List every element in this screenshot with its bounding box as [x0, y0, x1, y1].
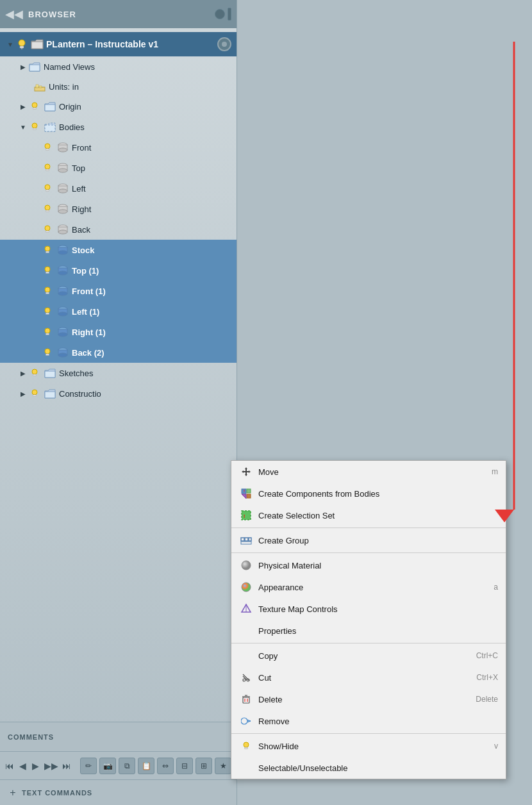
- body-right1-row[interactable]: Right (1): [0, 322, 237, 342]
- body-back2-row[interactable]: Back (2): [0, 342, 237, 363]
- origin-arrow[interactable]: [18, 101, 28, 112]
- back-label: Back: [72, 225, 237, 235]
- menu-item-cut[interactable]: Cut Ctrl+X: [231, 667, 506, 688]
- separator-1: [231, 527, 506, 528]
- left-bulb-icon: [41, 182, 54, 195]
- menu-item-copy[interactable]: Copy Ctrl+C: [231, 645, 506, 667]
- body-front1-row[interactable]: Front (1): [0, 281, 237, 301]
- menu-item-selectable[interactable]: Selectable/Unselectable: [231, 757, 506, 779]
- step-back-button[interactable]: ◀: [18, 757, 27, 775]
- play-forward-button[interactable]: ▶: [31, 757, 40, 775]
- paste-icon[interactable]: 📋: [138, 758, 154, 774]
- copy-shortcut: Ctrl+C: [476, 651, 498, 660]
- properties-label: Properties: [258, 626, 498, 636]
- svg-rect-54: [46, 313, 49, 315]
- menu-item-physical-material[interactable]: Physical Material: [231, 554, 506, 576]
- bodies-arrow[interactable]: [18, 122, 28, 132]
- browser-panel: ◀◀ BROWSER: [0, 0, 237, 805]
- body-back-row[interactable]: Back: [0, 219, 237, 240]
- left1-body-icon: [56, 305, 69, 318]
- left1-bulb-icon: [41, 305, 54, 318]
- svg-rect-73: [247, 489, 251, 493]
- bodies-row[interactable]: Bodies: [0, 117, 237, 137]
- top1-label: Top (1): [72, 266, 237, 276]
- menu-item-create-components[interactable]: ! Create Components from Bodies: [231, 483, 506, 504]
- project-row[interactable]: PLantern – Instructable v1: [0, 32, 237, 56]
- menu-item-appearance[interactable]: Appearance a: [231, 576, 506, 598]
- edit-icon[interactable]: ✏: [80, 758, 97, 774]
- sketches-arrow[interactable]: [18, 368, 28, 378]
- menu-item-move[interactable]: Move m: [231, 461, 506, 483]
- remove-label: Remove: [258, 717, 498, 726]
- sketches-row[interactable]: Sketches: [0, 363, 237, 383]
- named-views-arrow[interactable]: [18, 62, 28, 72]
- menu-item-remove[interactable]: Remove: [231, 710, 506, 732]
- move-icon: [239, 465, 253, 479]
- svg-point-33: [45, 226, 50, 231]
- top-unsel-bulb-icon: [41, 162, 54, 174]
- units-label: Units: in: [49, 82, 237, 92]
- add-icon[interactable]: +: [8, 788, 18, 798]
- construction-row[interactable]: Constructio: [0, 383, 237, 404]
- capture-icon[interactable]: 📷: [99, 758, 116, 774]
- svg-point-17: [58, 148, 67, 152]
- svg-point-43: [45, 267, 50, 272]
- svg-rect-44: [46, 272, 49, 274]
- grid-icon[interactable]: ⊞: [195, 758, 212, 774]
- left-body-icon: [56, 182, 69, 195]
- body-right-row[interactable]: Right: [0, 199, 237, 219]
- mirror-icon[interactable]: ⇔: [157, 758, 174, 774]
- copy-icon[interactable]: ⧉: [119, 758, 135, 774]
- timeline-icon[interactable]: ⊟: [176, 758, 193, 774]
- body-top-row[interactable]: Top: [0, 158, 237, 178]
- toolbar-icons: ✏ 📷 ⧉ 📋 ⇔ ⊟ ⊞ ★: [80, 758, 231, 774]
- browser-title: BROWSER: [28, 10, 210, 19]
- back-arrow-icon[interactable]: ◀◀: [5, 7, 23, 21]
- origin-bulb-icon: [28, 100, 41, 113]
- origin-row[interactable]: Origin: [0, 96, 237, 117]
- menu-item-delete[interactable]: Delete Delete: [231, 688, 506, 710]
- svg-point-28: [45, 205, 50, 210]
- named-views-row[interactable]: Named Views: [0, 56, 237, 77]
- svg-point-70: [32, 390, 37, 395]
- right1-bulb-icon: [41, 326, 54, 338]
- svg-point-57: [58, 312, 67, 316]
- body-front-row[interactable]: Front: [0, 137, 237, 158]
- body-left-row[interactable]: Left: [0, 178, 237, 199]
- menu-item-selection-set[interactable]: ! Create Selection Set: [231, 504, 506, 526]
- bodies-bulb-icon: [28, 120, 41, 133]
- svg-point-23: [45, 185, 50, 190]
- skip-forward-button[interactable]: ⏭: [62, 757, 71, 775]
- texture-map-label: Texture Map Controls: [258, 604, 498, 614]
- star-icon[interactable]: ★: [215, 758, 231, 774]
- context-menu: Move m ! Create Components from Bodies !…: [231, 460, 506, 779]
- playback-panel: ⏮ ◀ ▶ ▶▶ ⏭ ✏ 📷 ⧉ 📋 ⇔ ⊟ ⊞ ★: [0, 751, 237, 779]
- skip-back-button[interactable]: ⏮: [5, 757, 14, 775]
- right-bulb-icon: [41, 203, 54, 215]
- remove-icon: [239, 714, 253, 728]
- project-expand-arrow[interactable]: [5, 39, 15, 49]
- body-top1-row[interactable]: Top (1): [0, 260, 237, 281]
- menu-item-create-group[interactable]: Create Group: [231, 529, 506, 551]
- front1-bulb-icon: [41, 285, 54, 297]
- units-icon: [33, 80, 46, 93]
- minimize-button[interactable]: [215, 9, 225, 19]
- named-views-folder-icon: [28, 60, 41, 73]
- step-forward-button[interactable]: ▶▶: [44, 757, 58, 775]
- svg-rect-34: [46, 231, 49, 233]
- divider-button[interactable]: [228, 8, 231, 21]
- create-group-label: Create Group: [258, 536, 498, 545]
- body-stock-row[interactable]: Stock: [0, 240, 237, 260]
- body-left1-row[interactable]: Left (1): [0, 301, 237, 322]
- menu-item-show-hide[interactable]: Show/Hide v: [231, 735, 506, 757]
- menu-item-properties[interactable]: Properties: [231, 620, 506, 642]
- project-bulb-icon: [15, 38, 28, 51]
- front-label: Front: [72, 143, 237, 153]
- svg-rect-71: [33, 395, 37, 397]
- record-button[interactable]: [217, 37, 231, 51]
- svg-rect-7: [39, 86, 42, 88]
- construction-arrow[interactable]: [18, 388, 28, 399]
- show-hide-label: Show/Hide: [258, 742, 489, 751]
- create-components-label: Create Components from Bodies: [258, 489, 498, 499]
- menu-item-texture-map[interactable]: Texture Map Controls: [231, 598, 506, 620]
